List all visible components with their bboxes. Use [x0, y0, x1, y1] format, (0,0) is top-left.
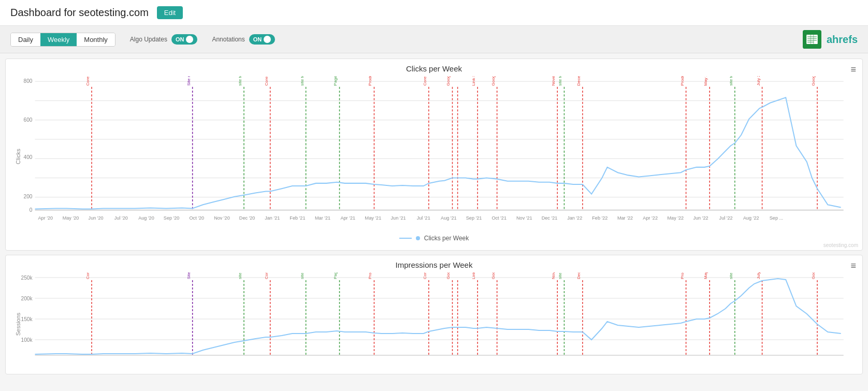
svg-text:Apr '22: Apr '22	[643, 215, 658, 221]
svg-text:May '22: May '22	[668, 215, 684, 221]
svg-text:Jun '21: Jun '21	[391, 215, 406, 221]
clicks-chart-title: Clicks per Week	[14, 64, 854, 73]
svg-text:Core Update: Core Update	[264, 76, 269, 86]
svg-text:Feb '21: Feb '21	[290, 215, 305, 221]
svg-rect-7	[813, 35, 814, 44]
svg-text:Produc: Reviews Upd.: Produc: Reviews Upd.	[679, 272, 684, 279]
svg-text:Sep ...: Sep ...	[770, 215, 783, 221]
svg-text:Site migration: Site migration	[186, 76, 191, 86]
svg-text:Jan '22: Jan '22	[567, 215, 582, 221]
page-title: Dashboard for seotesting.com	[10, 7, 149, 19]
svg-text:Google Title Re-writing: Google Title Re-writing	[491, 76, 496, 86]
svg-text:Jul '22: Jul '22	[719, 215, 733, 221]
svg-text:Apr '20: Apr '20	[38, 215, 53, 221]
svg-text:May '21: May '21	[365, 215, 382, 221]
google-sheets-icon	[803, 30, 821, 49]
svg-text:Core Update: Core Update	[264, 272, 269, 279]
svg-text:Jul '21: Jul '21	[417, 215, 430, 221]
legend-dot-clicks	[416, 236, 420, 240]
legend-line-clicks	[399, 238, 412, 239]
svg-text:May '20: May '20	[63, 215, 79, 221]
svg-rect-1	[806, 35, 818, 44]
svg-text:Core Update: Core Update	[423, 272, 427, 279]
svg-text:Feb '22: Feb '22	[592, 215, 607, 221]
impressions-chart-title: Impressions per Week	[14, 260, 854, 269]
svg-text:150k: 150k	[21, 316, 33, 322]
impressions-chart-menu-icon[interactable]: ≡	[850, 260, 856, 271]
annotations-toggle[interactable]: ON	[249, 34, 276, 45]
clicks-chart-card: Clicks per Week ≡ 800 600 400 200 0	[5, 59, 863, 251]
svg-text:Product Reviews Update: Product Reviews Update	[680, 76, 685, 86]
tab-monthly[interactable]: Monthly	[77, 33, 115, 46]
svg-text:May 2022 Core Updat: May 2022 Core Updat	[703, 272, 708, 279]
svg-text:site test: Blog Testing: site test: Blog Testing	[558, 76, 562, 86]
svg-text:Nov '20: Nov '20	[214, 215, 230, 221]
period-tabs: Daily Weekly Monthly	[10, 33, 115, 47]
annotations-on-label: ON	[253, 36, 262, 42]
svg-text:Jul '20: Jul '20	[114, 215, 128, 221]
svg-text:Google Update: Google Update	[446, 272, 451, 279]
svg-rect-2	[807, 36, 817, 37]
svg-text:December 2021 product reviews : December 2021 product reviews update	[576, 76, 581, 86]
svg-text:400: 400	[24, 154, 33, 160]
svg-text:November, Spam Upd.: November, Spam Upd.	[551, 272, 556, 279]
toolbar: Daily Weekly Monthly Algo Updates ON Ann…	[0, 26, 868, 53]
svg-text:Jan '21: Jan '21	[265, 215, 280, 221]
svg-text:Site migration: Site migration	[186, 272, 191, 279]
svg-text:Page Experience Update: Page Experience Update	[334, 76, 338, 86]
clicks-chart-svg: 800 600 400 200 0 Clicks Core Update Sit…	[14, 76, 854, 231]
svg-text:Dec '20: Dec '20	[239, 215, 255, 221]
tab-daily[interactable]: Daily	[11, 33, 40, 46]
svg-text:Oct '21: Oct '21	[491, 215, 507, 221]
svg-text:600: 600	[24, 117, 33, 123]
svg-text:Aug '20: Aug '20	[138, 215, 154, 221]
svg-text:Google Helpful Conte: Google Helpful Conte	[811, 272, 816, 279]
impressions-chart-area: 250k 200k 150k 100k Sessions Core Update…	[14, 272, 854, 366]
svg-text:July 2022 Product Reviews Upda: July 2022 Product Reviews Update	[756, 76, 761, 86]
svg-text:Page Experience Upda: Page Experience Upda	[333, 272, 338, 279]
ahrefs-logo: ahrefs	[827, 34, 858, 46]
svg-text:Jun '20: Jun '20	[89, 215, 104, 221]
svg-text:Decembe: 2021 prod.: Decembe: 2021 prod.	[576, 272, 581, 279]
clicks-chart-menu-icon[interactable]: ≡	[850, 64, 856, 75]
svg-text:May 2022 Core Update: May 2022 Core Update	[703, 76, 708, 86]
svg-text:Mar '22: Mar '22	[617, 215, 633, 221]
svg-text:200: 200	[24, 194, 33, 199]
annotations-knob	[264, 36, 271, 43]
svg-text:Sessions: Sessions	[15, 312, 21, 336]
svg-text:0: 0	[30, 207, 33, 213]
svg-text:November, Spam Update: November, Spam Update	[551, 76, 556, 86]
svg-text:July 2022 Product Ra: July 2022 Product Ra	[756, 272, 760, 279]
svg-text:site test: Internal linking: site test: Internal linking	[238, 76, 242, 86]
svg-text:Google Update: Google Update	[446, 76, 451, 86]
svg-text:Apr '21: Apr '21	[340, 215, 355, 221]
svg-text:Product Reviews Update: Product Reviews Update	[368, 76, 372, 86]
svg-text:250k: 250k	[21, 275, 33, 281]
svg-text:Produc: Reviews Upd.: Produc: Reviews Upd.	[368, 272, 372, 279]
clicks-chart-area: 800 600 400 200 0 Clicks Core Update Sit…	[14, 76, 854, 231]
svg-text:Oct '20: Oct '20	[189, 215, 204, 221]
clicks-chart-watermark: seotesting.com	[823, 242, 858, 248]
svg-text:200k: 200k	[21, 296, 33, 301]
svg-rect-4	[807, 40, 817, 41]
svg-text:Dec '21: Dec '21	[542, 215, 558, 221]
svg-text:Link Spam Update: Link Spam Update	[471, 272, 476, 279]
annotations-label: Annotations	[212, 36, 244, 43]
algo-updates-knob	[186, 36, 193, 43]
svg-text:Google Title Re-writin: Google Title Re-writin	[491, 272, 496, 279]
algo-updates-toggle-group: Algo Updates ON	[130, 34, 198, 45]
tab-weekly[interactable]: Weekly	[40, 33, 77, 46]
svg-text:Google Helpful Content Update: Google Helpful Content Update	[811, 76, 816, 86]
svg-text:Mar '21: Mar '21	[315, 215, 330, 221]
top-bar: Dashboard for seotesting.com Edit	[0, 0, 868, 26]
algo-updates-toggle[interactable]: ON	[171, 34, 198, 45]
svg-text:800: 800	[24, 78, 33, 84]
svg-text:Nov '21: Nov '21	[516, 215, 532, 221]
svg-text:site test: Internal link: site test: Internal link	[729, 272, 733, 279]
svg-text:site test: Structured I: site test: Structured I	[300, 272, 305, 279]
algo-updates-on-label: ON	[176, 36, 184, 42]
clicks-legend: Clicks per Week	[14, 235, 854, 242]
edit-button[interactable]: Edit	[157, 6, 183, 19]
svg-text:site test: Structured Data: site test: Structured Data	[300, 76, 305, 86]
charts-container: Clicks per Week ≡ 800 600 400 200 0	[0, 53, 868, 380]
